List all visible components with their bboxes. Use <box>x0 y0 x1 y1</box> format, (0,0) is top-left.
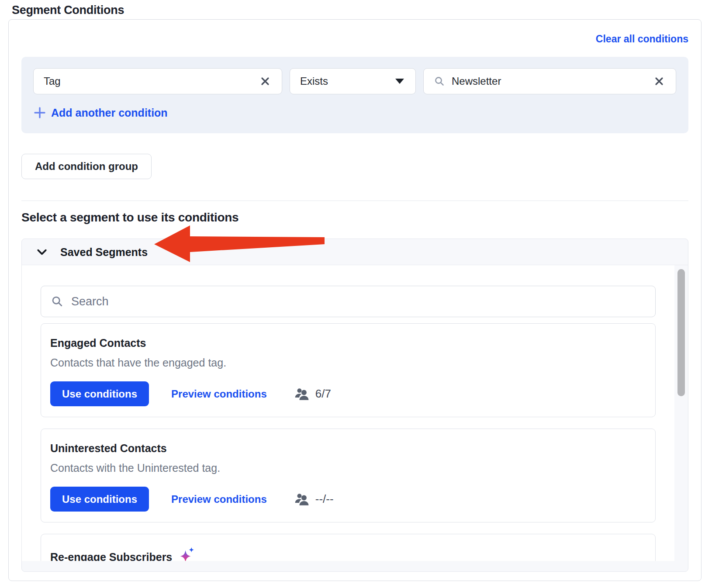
add-another-condition-label: Add another condition <box>51 107 168 119</box>
x-icon <box>653 75 665 87</box>
ai-sparkle-icon <box>178 546 197 561</box>
people-icon <box>294 387 310 401</box>
preview-conditions-link[interactable]: Preview conditions <box>171 388 267 400</box>
segment-name: Re-engage Subscribers <box>50 550 172 561</box>
segment-card: Uninterested Contacts Contacts with the … <box>41 429 656 522</box>
preview-conditions-link[interactable]: Preview conditions <box>171 493 267 505</box>
segment-picker-heading: Select a segment to use its conditions <box>21 211 688 225</box>
use-conditions-button[interactable]: Use conditions <box>50 381 149 406</box>
contact-count-value: --/-- <box>315 492 334 506</box>
segment-search[interactable] <box>41 286 656 317</box>
add-another-condition-link[interactable]: Add another condition <box>33 106 168 119</box>
segment-description: Contacts that have the engaged tag. <box>50 356 645 369</box>
clear-all-conditions-link[interactable]: Clear all conditions <box>596 33 688 45</box>
chevron-down-icon <box>35 246 48 259</box>
section-divider <box>21 201 688 201</box>
contact-count: --/-- <box>294 492 334 506</box>
search-icon <box>434 76 445 87</box>
plus-icon <box>33 106 46 119</box>
add-condition-group-button[interactable]: Add condition group <box>21 154 152 179</box>
scrollbar-thumb[interactable] <box>677 269 685 396</box>
saved-segments-container: Saved Segments Engaged Contacts Contacts… <box>21 239 688 572</box>
condition-field-select[interactable] <box>33 68 282 94</box>
saved-segments-title: Saved Segments <box>60 246 148 259</box>
segment-search-input[interactable] <box>71 295 646 308</box>
page-title: Segment Conditions <box>12 3 124 17</box>
condition-field-input[interactable] <box>44 75 257 87</box>
saved-segments-header[interactable]: Saved Segments <box>22 239 688 265</box>
condition-row: Exists <box>33 68 676 94</box>
clear-value-button[interactable] <box>651 73 667 89</box>
segment-card: Engaged Contacts Contacts that have the … <box>41 323 656 417</box>
clear-field-button[interactable] <box>257 73 273 89</box>
people-icon <box>294 492 310 506</box>
condition-operator-select[interactable]: Exists <box>290 68 416 94</box>
x-icon <box>259 75 271 87</box>
saved-segments-list: Engaged Contacts Contacts that have the … <box>22 265 674 561</box>
condition-value-input[interactable] <box>452 75 645 87</box>
segment-card: Re-engage Subscribers <box>41 534 656 561</box>
search-icon <box>51 295 64 308</box>
contact-count: 6/7 <box>294 387 331 401</box>
use-conditions-button[interactable]: Use conditions <box>50 487 149 512</box>
condition-value-search[interactable] <box>423 68 676 94</box>
segment-name: Uninterested Contacts <box>50 441 167 455</box>
segment-description: Contacts with the Uninterested tag. <box>50 461 645 474</box>
contact-count-value: 6/7 <box>315 387 331 401</box>
segment-actions: Use conditions Preview conditions --/-- <box>50 487 645 512</box>
condition-group: Exists Add another conditio <box>21 57 688 133</box>
caret-down-icon <box>395 79 404 84</box>
segment-conditions-panel: Clear all conditions Exists <box>8 19 702 581</box>
operator-value: Exists <box>300 75 328 87</box>
panel-toolbar: Clear all conditions <box>21 33 688 45</box>
segment-actions: Use conditions Preview conditions 6/7 <box>50 381 645 406</box>
segment-name: Engaged Contacts <box>50 336 146 350</box>
